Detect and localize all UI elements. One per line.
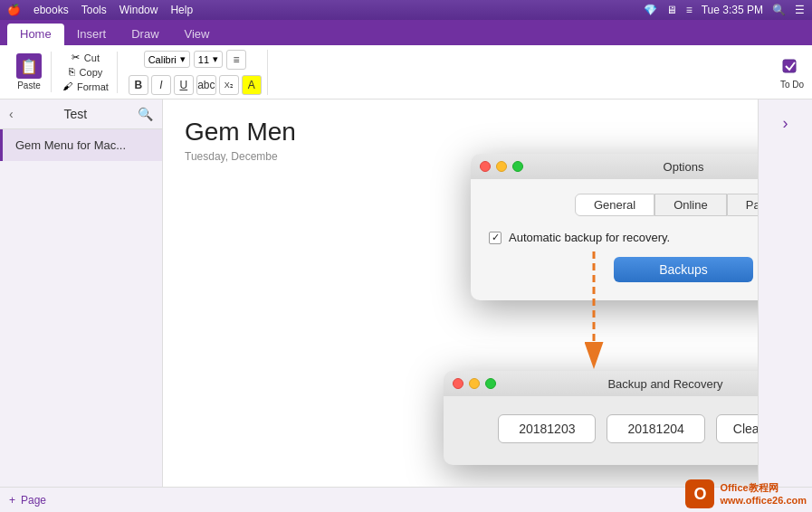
dtab-general[interactable]: General bbox=[575, 194, 654, 216]
add-page-button[interactable]: + bbox=[9, 494, 15, 507]
search-menu-icon[interactable]: 🔍 bbox=[772, 4, 786, 16]
minimize-button[interactable] bbox=[496, 161, 507, 172]
ribbon-tabs: Home Insert Draw View bbox=[0, 20, 812, 45]
wifi-icon: ≡ bbox=[686, 4, 693, 16]
clipboard-group: ✂ Cut ⎘ Copy 🖌 Format bbox=[57, 52, 118, 93]
options-title: Options bbox=[664, 160, 704, 174]
backup-close-button[interactable] bbox=[453, 378, 463, 389]
size-dropdown-icon: ▾ bbox=[213, 53, 218, 65]
notebook-title: Test bbox=[14, 107, 138, 121]
list-icon[interactable]: ☰ bbox=[795, 4, 805, 16]
backup-body: 20181203 20181204 Clear Backups bbox=[444, 396, 758, 465]
bold-button[interactable]: B bbox=[129, 75, 148, 95]
copy-row: ⎘ Copy bbox=[69, 66, 106, 79]
options-dialog: Options General Online Page ✓ Automatic … bbox=[471, 154, 758, 300]
watermark-text: Office教程网 www.office26.com bbox=[720, 481, 807, 507]
traffic-lights bbox=[480, 161, 523, 172]
todo-button[interactable]: To Do bbox=[779, 54, 805, 90]
menu-bar: 🍎 ebooks Tools Window Help 💎 🖥 ≡ Tue 3:3… bbox=[0, 0, 812, 20]
ribbon: Home Insert Draw View // Fix active tab … bbox=[0, 20, 812, 45]
font-group: Calibri ▾ 11 ▾ ≡ B I U abc X₂ A bbox=[123, 50, 268, 95]
tab-view[interactable]: View bbox=[172, 24, 223, 45]
font-name-selector[interactable]: Calibri ▾ bbox=[144, 51, 190, 68]
add-page-label[interactable]: Page bbox=[21, 494, 46, 507]
list-button[interactable]: ≡ bbox=[226, 50, 246, 70]
options-tabs: General Online Page bbox=[489, 194, 758, 216]
page-title: Gem Men bbox=[185, 118, 736, 147]
format-button[interactable]: Format bbox=[74, 81, 111, 93]
copy-icon: ⎘ bbox=[69, 66, 75, 79]
watermark: O Office教程网 www.office26.com bbox=[685, 479, 807, 508]
menu-bar-left: 🍎 ebooks Tools Window Help bbox=[7, 4, 193, 16]
cut-button[interactable]: Cut bbox=[81, 52, 102, 64]
menu-tools[interactable]: Tools bbox=[81, 4, 107, 16]
subscript-button[interactable]: X₂ bbox=[219, 75, 239, 95]
options-body: General Online Page ✓ Automatic backup f… bbox=[471, 179, 758, 300]
sidebar-header: ‹ Test 🔍 bbox=[0, 100, 162, 129]
clear-backups-button[interactable]: Clear Backups bbox=[716, 414, 758, 443]
page-content: Gem Men Tuesday, Decembe Options General… bbox=[163, 100, 758, 487]
right-panel-expand[interactable]: › bbox=[768, 105, 804, 141]
format-icon: 🖌 bbox=[62, 81, 72, 93]
backup-item-1[interactable]: 20181203 bbox=[498, 414, 596, 443]
ribbon-toolbar: 📋 Paste ✂ Cut ⎘ Copy 🖌 Format Calibri bbox=[0, 45, 812, 100]
scissors-icon: ✂ bbox=[72, 52, 80, 64]
cut-row: ✂ Cut bbox=[72, 52, 102, 64]
paste-group: 📋 Paste bbox=[7, 52, 52, 92]
dtab-online[interactable]: Online bbox=[654, 194, 727, 216]
tab-insert[interactable]: Insert bbox=[64, 24, 119, 45]
backup-traffic-lights bbox=[453, 378, 496, 389]
sidebar: ‹ Test 🔍 Gem Menu for Mac... bbox=[0, 100, 163, 487]
backup-minimize-button[interactable] bbox=[469, 378, 480, 389]
dtab-page[interactable]: Page bbox=[727, 194, 758, 216]
display-icon: 🖥 bbox=[666, 4, 677, 16]
backup-item-2[interactable]: 20181204 bbox=[607, 414, 704, 443]
font-dropdown-icon: ▾ bbox=[180, 53, 186, 65]
underline-button[interactable]: U bbox=[174, 75, 194, 95]
close-button[interactable] bbox=[480, 161, 491, 172]
sidebar-search-icon[interactable]: 🔍 bbox=[138, 107, 153, 121]
backup-checkbox[interactable]: ✓ bbox=[489, 232, 502, 244]
apple-menu[interactable]: 🍎 bbox=[7, 4, 21, 16]
strikethrough-button[interactable]: abc bbox=[196, 75, 216, 95]
menu-bar-right: 💎 🖥 ≡ Tue 3:35 PM 🔍 ☰ bbox=[644, 4, 805, 16]
onenote-window: Home Insert Draw View // Fix active tab … bbox=[0, 20, 812, 512]
format-row: 🖌 Format bbox=[62, 81, 111, 93]
maximize-button[interactable] bbox=[512, 161, 523, 172]
backup-maximize-button[interactable] bbox=[485, 378, 496, 389]
todo-icon bbox=[779, 54, 805, 80]
gem-icon: 💎 bbox=[644, 4, 657, 16]
tab-draw[interactable]: Draw bbox=[119, 24, 171, 45]
menu-window[interactable]: Window bbox=[119, 4, 158, 16]
options-titlebar: Options bbox=[471, 154, 758, 179]
menu-ebooks[interactable]: ebooks bbox=[33, 4, 69, 16]
watermark-logo: O bbox=[685, 479, 714, 508]
tab-home[interactable]: Home bbox=[7, 24, 64, 45]
sidebar-item-gem-menu[interactable]: Gem Menu for Mac... bbox=[0, 129, 162, 161]
backup-titlebar: Backup and Recovery bbox=[444, 371, 758, 396]
paste-icon: 📋 bbox=[16, 53, 42, 79]
backup-checkbox-row: ✓ Automatic backup for recovery. bbox=[489, 231, 758, 244]
paste-button[interactable]: 📋 Paste bbox=[13, 52, 45, 92]
font-size-selector[interactable]: 11 ▾ bbox=[194, 51, 223, 68]
copy-button[interactable]: Copy bbox=[77, 66, 106, 79]
highlight-button[interactable]: A bbox=[242, 75, 262, 95]
italic-button[interactable]: I bbox=[151, 75, 171, 95]
right-panel: › bbox=[758, 100, 812, 487]
backup-dialog: Backup and Recovery 20181203 20181204 Cl… bbox=[444, 371, 758, 465]
menu-help[interactable]: Help bbox=[170, 4, 193, 16]
backups-button[interactable]: Backups bbox=[614, 257, 753, 282]
main-area: ‹ Test 🔍 Gem Menu for Mac... Gem Men Tue… bbox=[0, 100, 812, 487]
clock: Tue 3:35 PM bbox=[702, 4, 763, 16]
backup-label: Automatic backup for recovery. bbox=[509, 231, 670, 244]
backup-dialog-title: Backup and Recovery bbox=[607, 377, 722, 391]
